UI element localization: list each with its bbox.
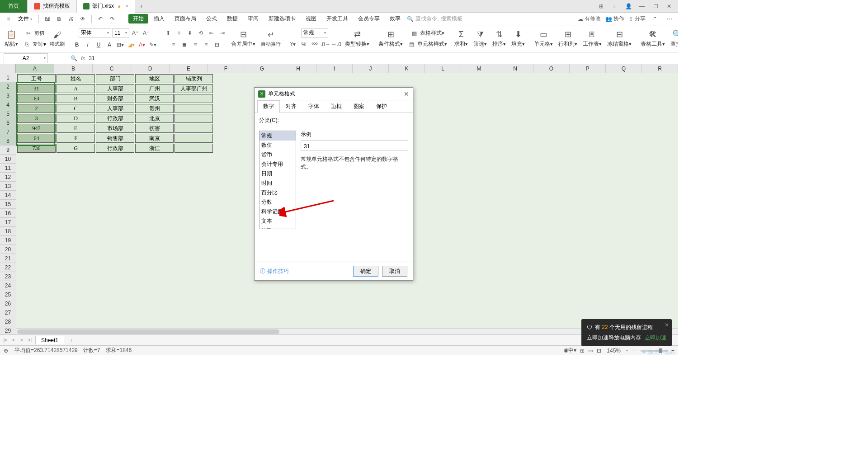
category-item[interactable]: 文本 [259, 216, 296, 226]
row-header[interactable]: 22 [0, 263, 16, 272]
filter-button[interactable]: ⧩筛选▾ [472, 28, 489, 49]
dialog-titlebar[interactable]: S 单元格格式 ✕ [255, 88, 413, 100]
row-header[interactable]: 10 [0, 155, 16, 164]
status-icon[interactable]: ⊕ [4, 348, 8, 354]
dlg-tab-number[interactable]: 数字 [257, 100, 280, 113]
category-item[interactable]: 常规 [259, 131, 296, 141]
col-header[interactable]: A [16, 64, 54, 73]
rowcol-button[interactable]: ⊞行和列▾ [557, 28, 579, 49]
row-header[interactable]: 7 [0, 127, 16, 136]
category-item[interactable]: 日期 [259, 169, 296, 179]
header-cell[interactable]: 辅助列 [175, 74, 213, 83]
add-sheet[interactable]: + [66, 336, 76, 344]
data-cell[interactable]: 销售部 [96, 134, 134, 143]
category-item[interactable]: 百分比 [259, 188, 296, 197]
prev-sheet[interactable]: < [10, 337, 17, 344]
col-header[interactable]: H [280, 64, 316, 73]
data-cell[interactable]: 武汉 [135, 94, 174, 103]
data-cell[interactable]: 人事部 [96, 84, 134, 93]
currency[interactable]: ¥▾ [288, 39, 298, 49]
fill-color[interactable]: ◢▾ [126, 40, 136, 50]
align-center[interactable]: ≣ [179, 40, 189, 50]
decrease-font[interactable]: A⁻ [141, 28, 151, 38]
search-box[interactable]: 🔍 查找命令,搜索模板 [407, 15, 462, 23]
share-link[interactable]: ⇪ 分享 [629, 15, 646, 23]
layout-icon[interactable]: ⊞ [597, 2, 606, 11]
data-cell[interactable]: 31 [17, 84, 56, 93]
data-cell[interactable]: 南京 [135, 134, 174, 143]
close-icon[interactable]: × [125, 3, 128, 9]
inc-dec[interactable]: .0→ [321, 39, 330, 49]
row-header[interactable]: 19 [0, 236, 16, 245]
zoom-icon[interactable]: 🔍 [71, 55, 77, 61]
dlg-tab-border[interactable]: 边框 [325, 100, 348, 113]
row-header[interactable]: 20 [0, 245, 16, 254]
data-cell[interactable]: A [57, 84, 95, 93]
freeze-button[interactable]: ⊟冻结窗格▾ [605, 28, 633, 49]
row-header[interactable]: 21 [0, 254, 16, 263]
cell-style[interactable]: 单元格样式▾ [417, 40, 447, 48]
tab-member[interactable]: 会员专享 [354, 14, 384, 24]
collab-link[interactable]: 👥 协作 [605, 15, 624, 23]
copy-icon[interactable]: ⎘ [22, 39, 32, 49]
data-cell[interactable] [175, 94, 213, 103]
row-header[interactable]: 1 [0, 73, 16, 82]
row-header[interactable]: 17 [0, 218, 16, 227]
preview-icon[interactable]: 👁 [78, 14, 88, 24]
data-cell[interactable] [175, 124, 213, 133]
row-header[interactable]: 25 [0, 290, 16, 299]
menu-icon[interactable]: ≡ [4, 14, 14, 24]
col-header[interactable]: O [533, 64, 570, 73]
percent[interactable]: % [299, 39, 309, 49]
notify-close[interactable]: ✕ [665, 322, 669, 328]
font-size-select[interactable]: 11▾ [112, 28, 129, 38]
align-top[interactable]: ⬆ [163, 28, 173, 38]
collapse-ribbon[interactable]: ⌃ [650, 14, 660, 24]
row-header[interactable]: 12 [0, 173, 16, 182]
category-item[interactable]: 时间 [259, 179, 296, 188]
col-header[interactable]: E [170, 64, 208, 73]
maximize-button[interactable]: ☐ [651, 2, 660, 11]
tab-efficiency[interactable]: 效率 [385, 14, 405, 24]
row-header[interactable]: 2 [0, 82, 16, 91]
highlight[interactable]: ✎▾ [148, 40, 158, 50]
font-color[interactable]: A▾ [137, 40, 147, 50]
find-button[interactable]: 🔍查找▾ [669, 28, 678, 49]
row-header[interactable]: 24 [0, 281, 16, 290]
view-break[interactable]: ⊡ [597, 348, 601, 354]
row-header[interactable]: 18 [0, 227, 16, 236]
col-header[interactable]: C [93, 64, 131, 73]
tab-devtools[interactable]: 开发工具 [322, 14, 353, 24]
data-cell[interactable] [175, 134, 213, 143]
tab-review[interactable]: 审阅 [243, 14, 263, 24]
table-tools[interactable]: 🛠表格工具▾ [639, 28, 667, 49]
dlg-tab-protect[interactable]: 保护 [370, 100, 393, 113]
sum-button[interactable]: Σ求和▾ [453, 28, 470, 49]
col-header[interactable]: P [570, 64, 606, 73]
row-header[interactable]: 15 [0, 200, 16, 209]
sort-button[interactable]: ⇅排序▾ [491, 28, 508, 49]
data-cell[interactable]: 广州 [135, 84, 174, 93]
category-item[interactable]: 数值 [259, 141, 296, 150]
undo-icon[interactable]: ↶ [95, 14, 105, 24]
data-cell[interactable]: 浙江 [135, 144, 174, 153]
scroll-thumb[interactable] [17, 329, 279, 334]
row-header[interactable]: 9 [0, 146, 16, 155]
row-header[interactable]: 27 [0, 308, 16, 317]
tab-newtab[interactable]: 新建选项卡 [264, 14, 300, 24]
header-cell[interactable]: 地区 [135, 74, 174, 83]
tab-formula[interactable]: 公式 [202, 14, 222, 24]
print-icon[interactable]: 🖨 [66, 14, 76, 24]
data-cell[interactable]: 947 [17, 124, 56, 133]
tips-link[interactable]: ⓘ 操作技巧 [260, 268, 289, 275]
changes-link[interactable]: ☁ 有修改 [578, 15, 601, 23]
cancel-button[interactable]: 取消 [382, 266, 407, 277]
bold-button[interactable]: B [72, 40, 82, 50]
indent-dec[interactable]: ⇤ [207, 28, 217, 38]
cut-button[interactable]: 剪切 [34, 30, 44, 37]
col-header[interactable]: Q [606, 64, 642, 73]
table-style[interactable]: 表格样式▾ [420, 29, 444, 37]
strike-button[interactable]: A̶ [104, 40, 114, 50]
view-page[interactable]: ▭ [588, 348, 593, 354]
row-header[interactable]: 16 [0, 209, 16, 218]
